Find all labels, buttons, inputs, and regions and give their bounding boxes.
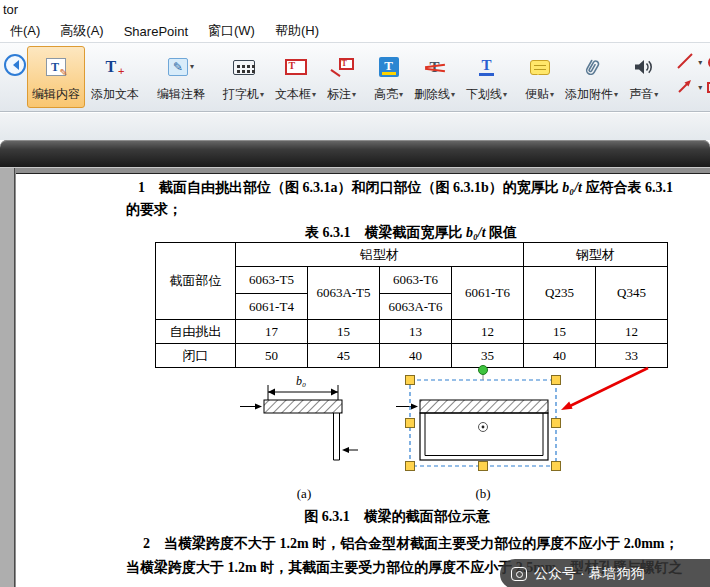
table-cell: 12 bbox=[596, 320, 668, 344]
table-subheader-cell: Q235 bbox=[524, 267, 596, 320]
rotate-handle[interactable] bbox=[479, 366, 488, 375]
dropdown-arrow-icon[interactable]: ▾ bbox=[698, 59, 702, 67]
selection-handle[interactable] bbox=[552, 462, 561, 471]
app-window: tor 件(A) 高级(A) SharePoint 窗口(W) 帮助(H) T✎… bbox=[0, 0, 710, 587]
toolbar-spacer-strip bbox=[0, 113, 710, 140]
table-cell: 13 bbox=[380, 320, 452, 344]
table-subheader-cell: 6061-T6 bbox=[452, 267, 524, 320]
sticky-note-icon bbox=[530, 60, 550, 75]
attachment-icon bbox=[581, 50, 603, 84]
button-label: 便贴 bbox=[525, 86, 549, 103]
table-subheader-cell: 6063A-T5 bbox=[308, 267, 380, 320]
figure-canvas: b₀ bbox=[16, 364, 710, 486]
table-subheader-cell: 6063-T56061-T4 bbox=[236, 267, 308, 320]
edit-content-button[interactable]: T✎ 编辑内容 bbox=[27, 46, 85, 108]
figure-a: b₀ bbox=[240, 374, 358, 460]
selection-box[interactable] bbox=[406, 366, 561, 471]
dropdown-arrow-icon[interactable]: ▾ bbox=[352, 91, 356, 99]
add-text-icon: T+ bbox=[105, 50, 124, 84]
dropdown-arrow-icon[interactable]: ▾ bbox=[503, 91, 507, 99]
document-area: 1 截面自由挑出部位（图 6.3.1a）和闭口部位（图 6.3.1b）的宽厚比 … bbox=[0, 167, 710, 587]
callout-button[interactable]: T 标注▾ bbox=[322, 46, 361, 108]
line-tool-icon[interactable] bbox=[675, 51, 695, 75]
table-cell: 15 bbox=[524, 320, 596, 344]
button-label: 添加文本 bbox=[91, 86, 139, 103]
menu-file[interactable]: 件(A) bbox=[0, 20, 50, 42]
dropdown-arrow-icon[interactable]: ▾ bbox=[312, 91, 316, 99]
selection-handle[interactable] bbox=[552, 376, 561, 385]
arrow-annotation[interactable] bbox=[561, 368, 648, 410]
selection-handle[interactable] bbox=[479, 462, 488, 471]
table-title: 表 6.3.1 横梁截面宽厚比 b₀/t 限值 bbox=[155, 224, 667, 242]
figure-a-label: (a) bbox=[276, 486, 332, 502]
table-corner-header: 截面部位 bbox=[156, 243, 236, 320]
underline-icon: T bbox=[479, 58, 494, 76]
typewriter-icon bbox=[233, 60, 255, 75]
callout-icon: T bbox=[330, 57, 354, 77]
button-label: 下划线 bbox=[466, 86, 502, 103]
menu-help[interactable]: 帮助(H) bbox=[265, 20, 329, 42]
edit-annotation-icon: ✎ bbox=[168, 58, 188, 76]
sticky-note-button[interactable]: 便贴▾ bbox=[520, 46, 559, 108]
clause-1-line1: 1 截面自由挑出部位（图 6.3.1a）和闭口部位（图 6.3.1b）的宽厚比 … bbox=[138, 178, 673, 198]
highlight-button[interactable]: T 高亮▾ bbox=[369, 46, 408, 108]
button-label: 文本框 bbox=[275, 86, 311, 103]
sound-button[interactable]: 声音▾ bbox=[624, 46, 663, 108]
figure-caption: 图 6.3.1 横梁的截面部位示意 bbox=[126, 508, 668, 526]
dropdown-arrow-icon[interactable]: ▾ bbox=[654, 91, 658, 99]
edit-content-icon: T✎ bbox=[46, 58, 66, 76]
textbox-icon: T bbox=[285, 59, 307, 75]
figure-b bbox=[396, 400, 548, 460]
typewriter-button[interactable]: 打字机▾ bbox=[218, 46, 269, 108]
collapse-toolbar-button[interactable] bbox=[4, 46, 26, 106]
clause-2-line1: 2 当横梁跨度不大于 1.2m 时，铝合金型材截面主要受力部位的厚度不应小于 2… bbox=[143, 534, 679, 554]
selection-handle[interactable] bbox=[406, 419, 415, 428]
dropdown-arrow-icon[interactable]: ▾ bbox=[399, 91, 403, 99]
dropdown-arrow-icon[interactable]: ▾ bbox=[451, 91, 455, 99]
selection-handle[interactable] bbox=[406, 376, 415, 385]
drawing-tools-group: ▾ ▾ ▾ ▾ bbox=[674, 50, 710, 100]
selection-handle[interactable] bbox=[406, 462, 415, 471]
table-group-header-aluminum: 铝型材 bbox=[236, 243, 524, 267]
table-group-header-steel: 钢型材 bbox=[524, 243, 668, 267]
button-label: 高亮 bbox=[374, 86, 398, 103]
table-cell: 17 bbox=[236, 320, 308, 344]
table-subheader-cell: 6063-T66063A-T6 bbox=[380, 267, 452, 320]
dropdown-arrow-icon[interactable]: ▾ bbox=[614, 91, 618, 99]
menu-advanced[interactable]: 高级(A) bbox=[50, 20, 113, 42]
dropdown-arrow-icon[interactable]: ▾ bbox=[260, 91, 264, 99]
watermark-badge: 公众号 · 幕墙狗狗 bbox=[500, 559, 710, 587]
button-label: 添加附件 bbox=[565, 86, 613, 103]
page-gutter bbox=[0, 168, 15, 587]
strikeout-button[interactable]: T 删除线▾ bbox=[409, 46, 460, 108]
arrow-tool-icon[interactable] bbox=[675, 76, 695, 100]
textbox-button[interactable]: T 文本框▾ bbox=[270, 46, 321, 108]
sound-icon bbox=[633, 50, 655, 84]
table-cell: 12 bbox=[452, 320, 524, 344]
add-text-button[interactable]: T+ 添加文本 bbox=[86, 46, 144, 108]
camera-icon bbox=[511, 567, 527, 581]
strikeout-icon: T bbox=[424, 57, 446, 77]
back-circle-icon bbox=[4, 54, 26, 76]
edit-annotation-button[interactable]: ✎ ▾ 编辑注释 bbox=[152, 46, 210, 108]
window-title-text: tor bbox=[3, 2, 18, 17]
dropdown-arrow-icon[interactable]: ▾ bbox=[550, 91, 554, 99]
dropdown-arrow-icon[interactable]: ▾ bbox=[698, 84, 702, 92]
button-label: 打字机 bbox=[223, 86, 259, 103]
window-title: tor bbox=[0, 0, 710, 20]
menu-sharepoint[interactable]: SharePoint bbox=[114, 22, 198, 41]
pdf-page[interactable]: 1 截面自由挑出部位（图 6.3.1a）和闭口部位（图 6.3.1b）的宽厚比 … bbox=[16, 173, 710, 587]
button-label: 编辑内容 bbox=[32, 86, 80, 103]
menu-bar: 件(A) 高级(A) SharePoint 窗口(W) 帮助(H) bbox=[0, 20, 710, 42]
clause-1-line2: 的要求； bbox=[126, 200, 182, 220]
add-attachment-button[interactable]: 添加附件▾ bbox=[560, 46, 623, 108]
selection-handle[interactable] bbox=[552, 419, 561, 428]
menu-window[interactable]: 窗口(W) bbox=[198, 20, 265, 42]
underline-button[interactable]: T 下划线▾ bbox=[461, 46, 512, 108]
button-label: 声音 bbox=[629, 86, 653, 103]
table-row: 自由挑出 17 15 13 12 15 12 bbox=[156, 320, 668, 344]
rectangle-tool-icon[interactable] bbox=[707, 82, 710, 93]
dropdown-arrow-icon[interactable]: ▾ bbox=[190, 63, 194, 71]
document-frame-band bbox=[0, 140, 710, 167]
arrowhead-icon bbox=[561, 402, 573, 410]
